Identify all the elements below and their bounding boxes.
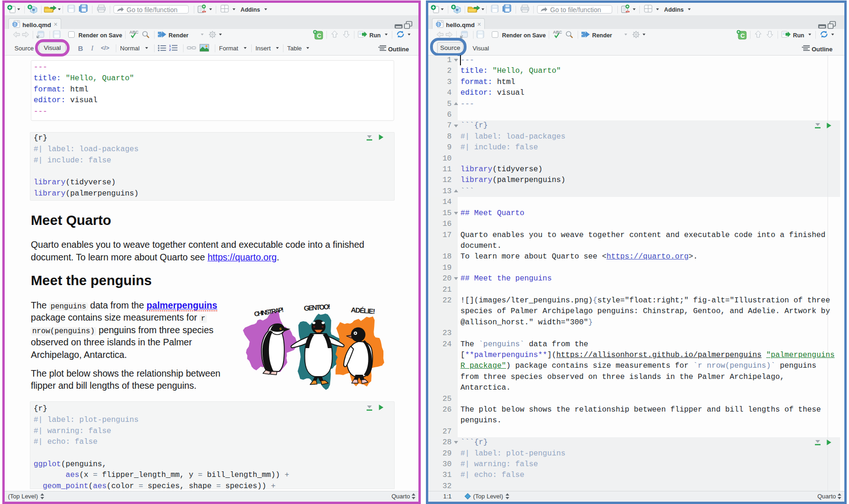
svg-text:C: C [317, 32, 322, 39]
svg-text:ABC: ABC [553, 30, 562, 35]
svg-text:2: 2 [169, 48, 171, 51]
svg-text:C: C [741, 32, 745, 39]
svg-text:R: R [32, 8, 35, 12]
svg-text:GENTOO!: GENTOO! [304, 302, 331, 312]
svg-text:ADÉLIE!: ADÉLIE! [351, 306, 375, 315]
svg-text:R: R [456, 8, 459, 12]
svg-text:1: 1 [169, 44, 171, 48]
svg-text:ABC: ABC [129, 30, 139, 35]
